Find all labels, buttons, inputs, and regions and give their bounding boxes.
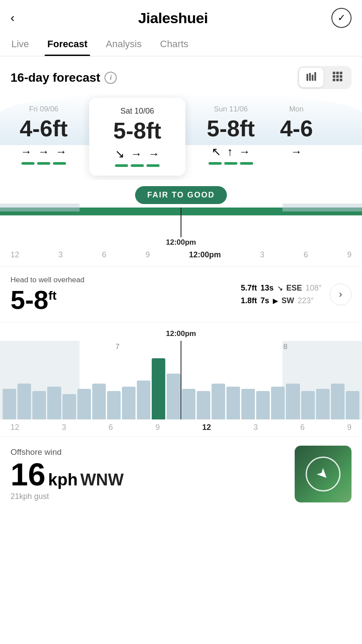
bar (182, 389, 195, 419)
bar (122, 387, 136, 419)
arrows-sat: ↘→→ (95, 147, 179, 161)
swell2-height: 1.8ft (241, 296, 257, 305)
time-marker: 9 (347, 250, 352, 260)
tab-analysis[interactable]: Analysis (103, 33, 144, 56)
bar (3, 389, 16, 419)
swell2-period: 7s (261, 296, 269, 305)
svg-rect-5 (336, 72, 339, 74)
offshore-unit: kph (48, 471, 78, 488)
wave-height-sun: 5-8ft (191, 117, 270, 140)
day-label-mon: Mon (279, 105, 314, 114)
bar (63, 394, 76, 419)
bar (301, 391, 315, 419)
svg-rect-10 (333, 79, 335, 81)
bar (17, 384, 31, 419)
bar (197, 391, 210, 419)
wave-height-sat: 5-8ft (95, 119, 179, 142)
swell2-deg: 223° (298, 296, 314, 305)
quality-section: FAIR TO GOOD 12:00pm 12 3 6 9 12:00pm 3 … (0, 184, 362, 267)
tab-live[interactable]: Live (9, 33, 31, 56)
svg-rect-12 (340, 79, 342, 81)
time-indicator-line (181, 208, 181, 237)
time-label: 12:00pm (166, 238, 196, 247)
bar (316, 389, 330, 419)
compass-arrow-icon: ➤ (313, 464, 333, 484)
wave-detail-left: Head to well overhead 5-8ft (10, 276, 241, 313)
wind-time-markers: 12 3 6 9 12 3 6 9 (0, 419, 362, 436)
bar-view-button[interactable] (299, 68, 324, 87)
bar (331, 384, 345, 419)
header: ‹ Jialeshuei ✓ (0, 0, 362, 33)
bar (286, 384, 299, 419)
arrows-sun: ↖↑→ (191, 145, 270, 159)
grid-view-button[interactable] (325, 68, 350, 87)
shade-left (0, 204, 80, 211)
time-markers: 12 3 6 9 12:00pm 3 6 9 (0, 250, 362, 267)
day-label-sun: Sun 11/06 (191, 105, 270, 114)
wave-size: 5-8ft (10, 287, 241, 313)
swell1-dir: ESE (286, 284, 302, 293)
tab-bar: Live Forecast Analysis Charts (0, 33, 362, 56)
bar (137, 381, 150, 419)
swell2-dir: SW (282, 296, 294, 305)
offshore-section: Offshore wind 16 kph WNW 21kph gust ➤ (0, 436, 362, 513)
day-label-sat: Sat 10/06 (95, 107, 179, 116)
swell1-period: 13s (261, 284, 274, 293)
wind-chart-section: 12:00pm 7 8 12 3 6 9 12 3 6 (0, 322, 362, 436)
svg-rect-9 (340, 75, 342, 78)
svg-rect-3 (314, 72, 316, 81)
offshore-gust: 21kph gust (10, 492, 124, 501)
check-button[interactable]: ✓ (331, 8, 352, 28)
time-marker: 12:00pm (189, 250, 221, 260)
forecast-header: 16-day forecast i (0, 56, 362, 93)
bar (92, 384, 106, 419)
time-marker: 12 (10, 250, 19, 260)
bar (241, 389, 255, 419)
svg-rect-11 (336, 79, 339, 81)
forecast-title: 16-day forecast i (10, 71, 117, 85)
wind-compass[interactable]: ➤ (295, 446, 352, 502)
day-card-sat[interactable]: Sat 10/06 5-8ft ↘→→ (89, 98, 185, 176)
back-button[interactable]: ‹ (10, 11, 14, 25)
bar (107, 391, 121, 419)
time-marker: 3 (59, 250, 63, 260)
wave-detail: Head to well overhead 5-8ft 5.7ft 13s ↘ … (0, 267, 362, 322)
svg-rect-1 (309, 73, 311, 81)
bar (256, 391, 270, 419)
bar (77, 389, 91, 419)
offshore-speed: 16 (10, 459, 45, 490)
time-marker: 3 (260, 250, 265, 260)
svg-rect-7 (333, 75, 335, 78)
swell1: 5.7ft 13s ↘ ESE 108° (241, 284, 322, 293)
info-icon[interactable]: i (104, 72, 117, 84)
day-card-fri[interactable]: Fri 09/06 4-6ft →→→ (0, 98, 87, 176)
view-toggle (297, 66, 352, 89)
wind-time-label: 12:00pm (0, 322, 362, 341)
swell1-deg: 108° (306, 284, 322, 293)
day-card-sun[interactable]: Sun 11/06 5-8ft ↖↑→ (187, 98, 275, 176)
offshore-speed-row: 16 kph WNW (10, 459, 124, 490)
bar (271, 387, 285, 419)
day-card-mon[interactable]: Mon 4-6 → (275, 98, 318, 176)
check-icon: ✓ (338, 12, 345, 24)
svg-rect-6 (340, 72, 342, 74)
svg-rect-0 (306, 74, 308, 81)
quality-badge: FAIR TO GOOD (135, 186, 227, 204)
bar-label-7: 7 (115, 343, 119, 351)
swell2-arrow: ▶ (273, 297, 278, 305)
tab-charts[interactable]: Charts (157, 33, 191, 56)
bar (212, 384, 225, 419)
bar (32, 391, 46, 419)
wave-height-mon: 4-6 (279, 117, 314, 140)
bar (226, 387, 240, 419)
bar (47, 387, 61, 419)
bar (167, 374, 180, 419)
detail-chevron-button[interactable]: › (330, 284, 352, 305)
time-marker: 9 (146, 250, 150, 260)
offshore-label: Offshore wind (10, 447, 124, 457)
svg-rect-2 (312, 75, 313, 81)
tab-forecast[interactable]: Forecast (45, 33, 90, 56)
days-scroll: Fri 09/06 4-6ft →→→ Sat 10/06 5-8ft ↘→→ … (0, 93, 362, 180)
arrows-mon: → (279, 145, 314, 159)
bar (152, 358, 165, 419)
